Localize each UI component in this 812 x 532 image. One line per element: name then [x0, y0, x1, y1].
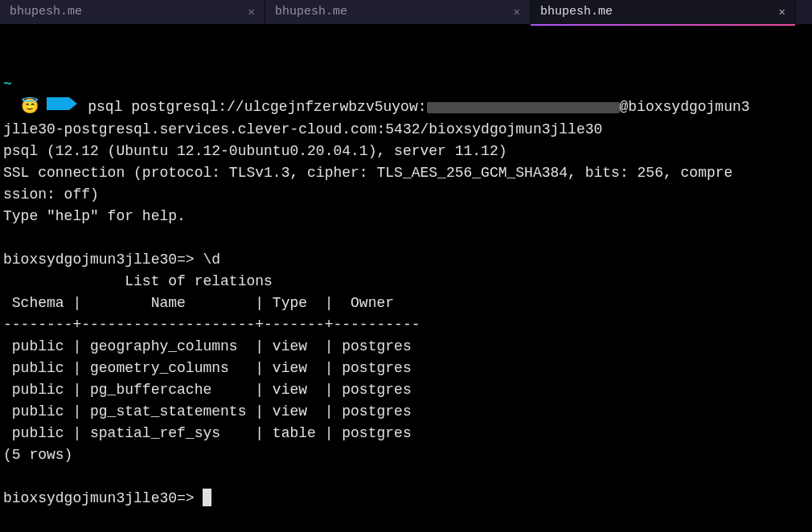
tab-2[interactable]: bhupesh.me ✕	[265, 0, 531, 24]
db-prompt: bioxsydgojmun3jlle30=>	[3, 252, 195, 268]
tab-title: bhupesh.me	[10, 3, 82, 22]
prompt-tilde: ~	[3, 76, 12, 92]
psql-command-part1: psql postgresql://ulcgejnfzerwbzv5uyow:	[88, 99, 426, 115]
svg-marker-0	[47, 97, 77, 110]
ssl-line2: ssion: off)	[3, 186, 99, 203]
close-icon[interactable]: ✕	[779, 4, 785, 21]
table-row: public | pg_stat_statements | view | pos…	[3, 403, 412, 419]
psql-command-line2: jlle30-postgresql.services.clever-cloud.…	[3, 121, 602, 137]
table-footer: (5 rows)	[3, 447, 72, 463]
psql-version: psql (12.12 (Ubuntu 12.12-0ubuntu0.20.04…	[3, 143, 507, 159]
terminal-content[interactable]: ~ 😇 psql postgresql://ulcgejnfzerwbzv5uy…	[0, 24, 812, 509]
table-divider: --------+--------------------+-------+--…	[3, 317, 420, 333]
tab-3[interactable]: bhupesh.me ✕	[531, 0, 796, 24]
cursor-icon	[203, 489, 211, 506]
table-title: List of relations	[3, 273, 273, 289]
tab-title: bhupesh.me	[540, 3, 613, 22]
db-prompt-2: bioxsydgojmun3jlle30=>	[3, 490, 195, 506]
redacted-password	[427, 102, 620, 113]
db-command: \d	[195, 252, 220, 268]
close-icon[interactable]: ✕	[514, 4, 520, 21]
table-row: public | geometry_columns | view | postg…	[3, 360, 412, 376]
prompt-arrow-icon	[47, 96, 79, 119]
ssl-line1: SSL connection (protocol: TLSv1.3, ciphe…	[3, 165, 732, 181]
tab-bar: bhupesh.me ✕ bhupesh.me ✕ bhupesh.me ✕	[0, 0, 812, 24]
table-row: public | geography_columns | view | post…	[3, 338, 412, 354]
table-row: public | spatial_ref_sys | table | postg…	[3, 425, 412, 441]
close-icon[interactable]: ✕	[248, 4, 255, 21]
table-row: public | pg_buffercache | view | postgre…	[3, 382, 412, 398]
tab-1[interactable]: bhupesh.me ✕	[0, 0, 265, 24]
tab-title: bhupesh.me	[275, 3, 347, 22]
psql-command-host: @bioxsydgojmun3	[620, 99, 750, 115]
table-header: Schema | Name | Type | Owner	[3, 295, 420, 311]
prompt-emoji-icon: 😇	[21, 99, 39, 115]
help-line: Type "help" for help.	[3, 208, 186, 224]
